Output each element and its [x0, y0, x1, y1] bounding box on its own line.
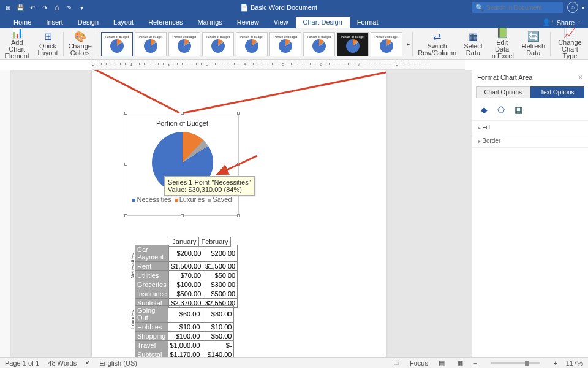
focus-label[interactable]: Focus — [410, 359, 428, 367]
add-chart-element-button[interactable]: 📊Add ChartElement — [0, 28, 34, 59]
word-count[interactable]: 48 Words — [48, 359, 77, 367]
necessities-table-body: Car Payment$200.00$200.00Rent$1,500.00$1… — [135, 245, 238, 308]
chart-style-thumb[interactable]: Portion of Budget — [101, 32, 133, 56]
chart-styles-gallery: Portion of BudgetPortion of BudgetPortio… — [99, 32, 405, 56]
luxuries-table: Going Out$60.00$80.00Hobbies$10.00$10.00… — [135, 305, 234, 357]
tab-design[interactable]: Design — [70, 17, 106, 28]
print-layout-icon[interactable]: ▤ — [437, 359, 447, 367]
refresh-icon: 🔄 — [527, 32, 540, 42]
table-row: Utilities$70.00$50.00 — [135, 271, 238, 280]
save-icon[interactable]: 💾 — [16, 3, 24, 12]
fill-section[interactable]: Fill — [472, 121, 588, 134]
workspace: Portion of Budget Necessities Luxuries S… — [0, 70, 588, 357]
chart-style-thumb[interactable]: Portion of Budget — [270, 32, 301, 56]
autosave-icon[interactable]: ⊞ — [4, 3, 12, 12]
tab-layout[interactable]: Layout — [106, 17, 141, 28]
undo-icon[interactable]: ↶ — [28, 3, 37, 12]
customize-icon[interactable]: ✎ — [65, 3, 74, 12]
chart-style-thumb[interactable]: Portion of Budget — [337, 32, 369, 56]
change-chart-type-button[interactable]: 📈ChangeChart Type — [552, 28, 588, 59]
tab-view[interactable]: View — [266, 17, 296, 28]
print-icon[interactable]: ⎙ — [53, 3, 61, 12]
panel-close-icon[interactable]: ✕ — [578, 74, 583, 82]
chart-style-thumb[interactable]: Portion of Budget — [371, 32, 402, 56]
status-bar: Page 1 of 1 48 Words ✔ English (US) ▭ Fo… — [0, 357, 588, 368]
chart-options-tab[interactable]: Chart Options — [476, 86, 530, 98]
refresh-data-button[interactable]: 🔄RefreshData — [518, 28, 549, 59]
feedback-icon[interactable]: ☺ — [567, 2, 578, 13]
web-layout-icon[interactable]: ▦ — [455, 359, 465, 367]
excel-icon: 📗 — [496, 28, 508, 38]
page-indicator[interactable]: Page 1 of 1 — [5, 359, 39, 367]
title-bar: ⊞ 💾 ↶ ↷ ⎙ ✎ ▾ 📄 Basic Word Document 🔍 ☺ … — [0, 0, 588, 15]
add-element-icon: 📊 — [11, 28, 23, 38]
size-properties-icon[interactable]: ▦ — [513, 104, 524, 115]
redo-icon[interactable]: ↷ — [40, 3, 49, 12]
tab-insert[interactable]: Insert — [39, 17, 70, 28]
chart-style-thumb[interactable]: Portion of Budget — [202, 32, 234, 56]
table-row: Insurance$500.00$500.00 — [135, 289, 238, 299]
switch-row-column-button[interactable]: ⇄SwitchRow/Column — [414, 28, 460, 59]
document-title: Basic Word Document — [251, 4, 317, 11]
focus-view-icon[interactable]: ▭ — [391, 359, 401, 367]
zoom-level[interactable]: 117% — [566, 359, 583, 367]
quick-layout-icon: ⊞ — [44, 32, 52, 42]
text-options-tab[interactable]: Text Options — [530, 86, 585, 98]
chart-style-thumb[interactable]: Portion of Budget — [236, 32, 268, 56]
tab-chart-design[interactable]: Chart Design — [296, 17, 350, 28]
table-row: Shopping$100.00$50.00 — [135, 332, 234, 341]
effects-icon[interactable]: ⬠ — [496, 104, 507, 115]
select-data-icon: ▦ — [469, 32, 478, 42]
share-icon: 👤⁺ — [542, 18, 554, 26]
svg-line-1 — [184, 70, 386, 113]
horizontal-ruler[interactable]: 012345678 — [92, 60, 466, 70]
table-row: Groceries$100.00$300.00 — [135, 280, 238, 289]
format-chart-area-panel: Format Chart Area✕ Chart Options Text Op… — [472, 70, 588, 357]
chart-type-icon: 📈 — [564, 28, 576, 38]
edit-data-excel-button[interactable]: 📗Edit Datain Excel — [486, 28, 518, 59]
svg-line-0 — [92, 70, 179, 113]
search-box[interactable]: 🔍 — [472, 2, 564, 13]
tab-references[interactable]: References — [141, 17, 190, 28]
spellcheck-icon[interactable]: ✔ — [85, 359, 91, 367]
search-input[interactable] — [486, 4, 560, 11]
quick-layout-button[interactable]: ⊞QuickLayout — [34, 28, 61, 59]
table-row: Hobbies$10.00$10.00 — [135, 323, 234, 332]
select-data-button[interactable]: ▦SelectData — [460, 28, 486, 59]
fill-line-icon[interactable]: ◆ — [478, 104, 489, 115]
change-colors-button[interactable]: 🎨ChangeColors — [64, 28, 96, 59]
zoom-slider[interactable] — [491, 362, 540, 364]
ribbon-tabs: Home Insert Design Layout References Mai… — [0, 15, 588, 28]
zoom-out-button[interactable]: − — [473, 359, 477, 367]
chart-style-thumb[interactable]: Portion of Budget — [168, 32, 200, 56]
gallery-more-button[interactable]: ▸ — [405, 40, 412, 47]
border-section[interactable]: Border — [472, 134, 588, 148]
table-row: Rent$1,500.00$1,500.00 — [135, 262, 238, 271]
table-row: Travel$1,000.00$- — [135, 341, 234, 350]
change-colors-icon: 🎨 — [74, 32, 86, 42]
tab-mailings[interactable]: Mailings — [190, 17, 229, 28]
search-icon: 🔍 — [475, 4, 484, 12]
chart-title[interactable]: Portion of Budget — [126, 120, 238, 127]
tab-format[interactable]: Format — [350, 17, 386, 28]
table-row: Car Payment$200.00$200.00 — [135, 245, 238, 262]
panel-title: Format Chart Area — [477, 74, 532, 82]
share-button[interactable]: 👤⁺Share⌃ — [535, 17, 588, 28]
language-indicator[interactable]: English (US) — [99, 359, 137, 367]
doc-icon: 📄 — [240, 4, 251, 11]
account-chevron-icon[interactable]: ▾ — [582, 5, 584, 10]
zoom-in-button[interactable]: + — [553, 359, 557, 367]
table-row: Subtotal$1,170.00$140.00 — [135, 350, 234, 358]
tab-review[interactable]: Review — [230, 17, 266, 28]
chart-legend[interactable]: Necessities Luxuries Saved — [126, 196, 238, 203]
chart-object[interactable]: Portion of Budget Necessities Luxuries S… — [126, 113, 239, 216]
document-page[interactable]: Portion of Budget Necessities Luxuries S… — [92, 70, 386, 357]
datapoint-tooltip: Series 1 Point "Necessities" Value: $30,… — [164, 176, 255, 196]
tab-home[interactable]: Home — [6, 17, 39, 28]
ribbon: 📊Add ChartElement ⊞QuickLayout 🎨ChangeCo… — [0, 28, 588, 60]
qat-more-icon[interactable]: ▾ — [77, 3, 86, 12]
switch-icon: ⇄ — [433, 32, 441, 42]
chart-style-thumb[interactable]: Portion of Budget — [135, 32, 167, 56]
chart-style-thumb[interactable]: Portion of Budget — [303, 32, 335, 56]
vertical-ruler[interactable] — [0, 70, 11, 357]
